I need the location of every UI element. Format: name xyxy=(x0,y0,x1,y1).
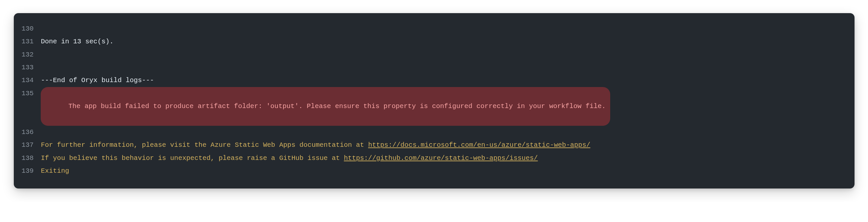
log-line: 138 If you believe this behavior is unex… xyxy=(22,152,842,164)
line-number: 134 xyxy=(22,74,41,87)
line-number: 137 xyxy=(22,138,41,151)
log-line-error: 135 The app build failed to produce arti… xyxy=(22,87,842,126)
log-text-prefix: If you believe this behavior is unexpect… xyxy=(41,154,344,162)
line-number: 139 xyxy=(22,164,41,177)
line-number: 138 xyxy=(22,152,41,164)
log-line: 132 xyxy=(22,48,842,61)
log-line: 131 Done in 13 sec(s). xyxy=(22,35,842,48)
log-text-prefix: For further information, please visit th… xyxy=(41,141,368,149)
log-text: Done in 13 sec(s). xyxy=(41,35,842,48)
line-number: 132 xyxy=(22,48,41,61)
log-text: ---End of Oryx build logs--- xyxy=(41,74,842,87)
build-log-panel: 130 131 Done in 13 sec(s). 132 133 134 -… xyxy=(14,13,855,189)
line-number: 131 xyxy=(22,35,41,48)
line-number: 135 xyxy=(22,87,41,100)
line-number: 133 xyxy=(22,61,41,74)
log-text-info: If you believe this behavior is unexpect… xyxy=(41,152,842,164)
log-text-error: The app build failed to produce artifact… xyxy=(68,102,606,110)
log-text-info: For further information, please visit th… xyxy=(41,138,842,151)
line-number: 136 xyxy=(22,126,41,138)
log-line: 130 xyxy=(22,22,842,35)
log-line: 137 For further information, please visi… xyxy=(22,138,842,151)
log-line: 134 ---End of Oryx build logs--- xyxy=(22,74,842,87)
line-number: 130 xyxy=(22,22,41,35)
issues-link[interactable]: https://github.com/azure/static-web-apps… xyxy=(344,154,538,162)
log-line: 139 Exiting xyxy=(22,164,842,177)
log-text-info: Exiting xyxy=(41,164,842,177)
error-highlight: The app build failed to produce artifact… xyxy=(41,87,610,126)
log-line: 136 xyxy=(22,126,842,138)
log-line: 133 xyxy=(22,61,842,74)
docs-link[interactable]: https://docs.microsoft.com/en-us/azure/s… xyxy=(368,141,590,149)
